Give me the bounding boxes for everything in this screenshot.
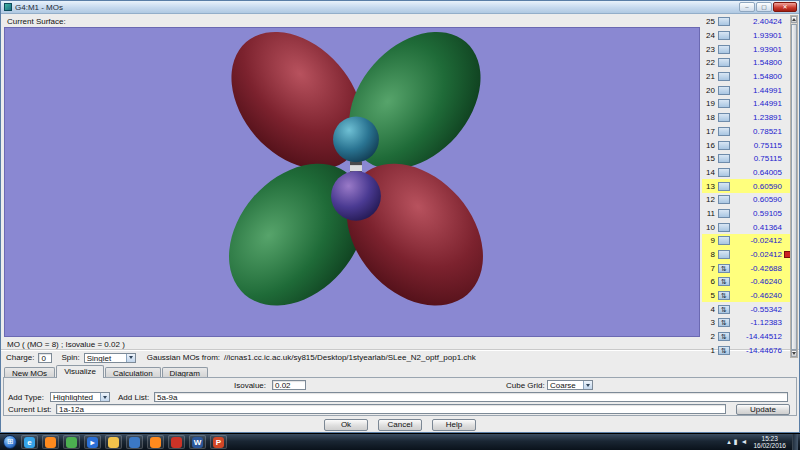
cancel-button[interactable]: Cancel	[378, 419, 422, 431]
firefox-icon[interactable]	[42, 435, 59, 449]
mo-select-box[interactable]: ⇅	[718, 264, 730, 273]
mo-number: 19	[702, 99, 715, 108]
mo-viewport[interactable]	[4, 27, 700, 337]
source-path: //icnas1.cc.ic.ac.uk/sy815/Desktop/1stye…	[224, 353, 476, 362]
titlebar[interactable]: G4:M1 - MOs – ▢ ✕	[1, 1, 799, 14]
mo-row: 23 1.93901	[702, 42, 792, 56]
isovalue-field[interactable]: 0.02	[272, 380, 306, 390]
mo-select-box[interactable]	[718, 195, 730, 204]
mo-energy: 1.54800	[730, 72, 782, 81]
mo-row: 12 0.60590	[702, 193, 792, 207]
mo-select-box[interactable]	[718, 99, 730, 108]
word-icon[interactable]: W	[189, 435, 206, 449]
mo-row: 22 1.54800	[702, 56, 792, 70]
mo-select-box[interactable]	[718, 45, 730, 54]
mo-select-box[interactable]	[718, 154, 730, 163]
mo-select-box[interactable]: ⇅	[718, 277, 730, 286]
mo-select-box[interactable]: ⇅	[718, 305, 730, 314]
mo-list: 25 2.40424 24 1.93901 23 1.93901 22 1.54…	[702, 15, 792, 357]
mo-energy: 0.64005	[730, 168, 782, 177]
scrollbar-thumb[interactable]	[791, 24, 797, 350]
mo-energy: 0.60590	[730, 182, 782, 191]
mo-select-box[interactable]	[718, 17, 730, 26]
mo-select-box[interactable]	[718, 127, 730, 136]
mo-select-box[interactable]	[718, 236, 730, 245]
mo-select-box[interactable]: ⇅	[718, 332, 730, 341]
chevron-down-icon[interactable]	[126, 354, 135, 362]
maximize-button[interactable]: ▢	[756, 2, 772, 12]
firefox-icon-2[interactable]	[147, 435, 164, 449]
mo-row: 24 1.93901	[702, 29, 792, 43]
mo-row: 25 2.40424	[702, 15, 792, 29]
show-desktop-button[interactable]	[792, 434, 798, 450]
mo-row: 18 1.23891	[702, 111, 792, 125]
isovalue-label: Isovalue:	[234, 381, 266, 390]
mo-number: 1	[702, 346, 715, 355]
mo-select-box[interactable]	[718, 72, 730, 81]
mo-select-box[interactable]	[718, 86, 730, 95]
mo-number: 14	[702, 168, 715, 177]
powerpoint-icon[interactable]: P	[210, 435, 227, 449]
charge-field[interactable]: 0	[38, 353, 52, 363]
start-button[interactable]: ⊞	[3, 435, 17, 449]
mo-select-box[interactable]: ⇅	[718, 318, 730, 327]
ok-button[interactable]: Ok	[324, 419, 368, 431]
add-list-field[interactable]: 5a-9a	[154, 392, 788, 402]
spin-select[interactable]: Singlet	[84, 353, 136, 363]
opera-icon[interactable]	[168, 435, 185, 449]
mo-select-box[interactable]	[718, 182, 730, 191]
chevron-down-icon[interactable]	[100, 393, 109, 401]
update-button[interactable]: Update	[736, 404, 790, 415]
mo-number: 23	[702, 45, 715, 54]
mo-select-box[interactable]	[718, 141, 730, 150]
mo-number: 16	[702, 141, 715, 150]
scroll-down-icon[interactable]	[791, 350, 797, 357]
mo-row: 3 ⇅ -1.12383	[702, 316, 792, 330]
mo-energy: 1.93901	[730, 31, 782, 40]
mo-energy: 0.59105	[730, 209, 782, 218]
mo-select-box[interactable]	[718, 223, 730, 232]
mo-select-box[interactable]: ⇅	[718, 346, 730, 355]
mo-number: 21	[702, 72, 715, 81]
taskbar-clock[interactable]: 15:23 16/02/2016	[750, 435, 789, 450]
mo-select-box[interactable]	[718, 58, 730, 67]
mo-energy: 1.93901	[730, 45, 782, 54]
mo-select-box[interactable]: ⇅	[718, 291, 730, 300]
cube-grid-select[interactable]: Coarse	[547, 380, 593, 390]
clock-date: 16/02/2016	[753, 442, 786, 450]
minimize-button[interactable]: –	[739, 2, 755, 12]
mo-row: 2 ⇅ -14.44512	[702, 330, 792, 344]
wmp-icon[interactable]	[126, 435, 143, 449]
ie-icon[interactable]: e	[21, 435, 38, 449]
mo-row: 6 ⇅ -0.46240	[702, 275, 792, 289]
add-type-select[interactable]: Highlighted	[50, 392, 110, 402]
tray-expand-icon[interactable]: ▴	[727, 438, 731, 446]
mo-number: 11	[702, 209, 715, 218]
current-list-field[interactable]: 1a-12a	[56, 404, 726, 414]
volume-icon[interactable]: ◄	[741, 438, 748, 446]
close-button[interactable]: ✕	[773, 2, 797, 12]
mo-list-scrollbar[interactable]	[790, 15, 798, 358]
cube-grid-label: Cube Grid:	[506, 381, 545, 390]
network-icon[interactable]: ▮	[734, 438, 738, 446]
mo-number: 20	[702, 86, 715, 95]
folder-icon[interactable]	[105, 435, 122, 449]
mo-select-box[interactable]	[718, 168, 730, 177]
mo-energy: 0.78521	[730, 127, 782, 136]
mo-select-box[interactable]	[718, 113, 730, 122]
mo-select-box[interactable]	[718, 209, 730, 218]
chevron-down-icon[interactable]	[583, 381, 592, 389]
add-type-label: Add Type:	[8, 393, 44, 402]
mo-select-box[interactable]	[718, 31, 730, 40]
mo-select-box[interactable]	[718, 250, 730, 259]
mo-row: 8 -0.02412	[702, 248, 792, 262]
mo-row: 14 0.64005	[702, 166, 792, 180]
mo-row: 17 0.78521	[702, 125, 792, 139]
scroll-up-icon[interactable]	[791, 16, 797, 23]
tab-visualize[interactable]: Visualize	[56, 365, 104, 378]
media-player-icon[interactable]: ▸	[84, 435, 101, 449]
chrome-icon[interactable]	[63, 435, 80, 449]
mo-energy: 1.54800	[730, 58, 782, 67]
help-button[interactable]: Help	[432, 419, 476, 431]
mo-number: 13	[702, 182, 715, 191]
